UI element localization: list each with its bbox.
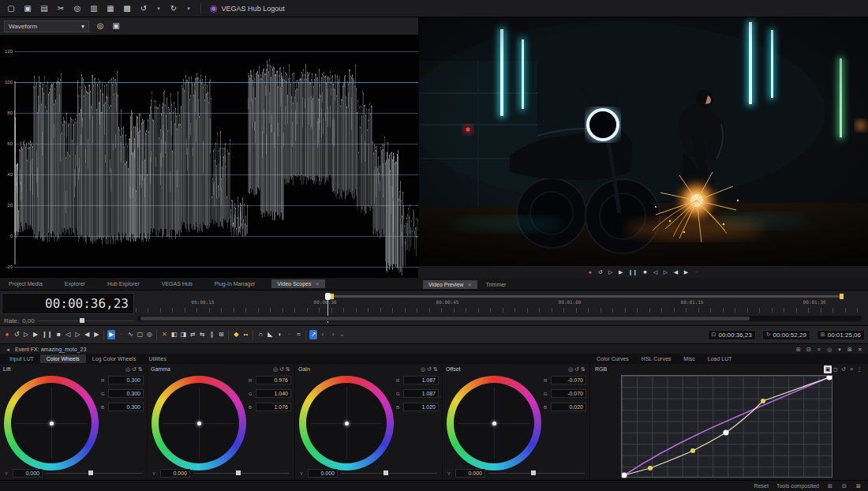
panel-dock-icon[interactable]: ⊞ [795, 345, 802, 354]
tool-dropdown-icon[interactable]: · [285, 330, 293, 339]
status-icon[interactable]: ⊠ [855, 482, 862, 490]
tab-video-preview[interactable]: Video Preview ✕ [423, 280, 477, 289]
open-project-icon[interactable]: ▣ [23, 3, 32, 14]
crossfade-button[interactable]: ◖ [275, 330, 283, 339]
gain-r-value[interactable]: 1.087 [403, 376, 439, 384]
tab-color-curves[interactable]: Color Curves [590, 354, 635, 363]
selection-length-display[interactable]: ⊞ 00:01:25,06 [817, 330, 865, 340]
tab-plugin-manager[interactable]: Plug-In Manager [209, 279, 261, 288]
tab-utilities[interactable]: Utilities [142, 354, 173, 363]
zoom-tool-button[interactable]: ◎ [145, 330, 153, 339]
offset-color-wheel[interactable] [447, 376, 541, 470]
curve-point[interactable] [826, 376, 832, 380]
gamma-y-value[interactable]: 0.000 [160, 469, 190, 478]
gamma-b-value[interactable]: 1.076 [256, 403, 291, 411]
close-icon[interactable]: ✕ [316, 281, 320, 287]
timeline-scrollbar-thumb[interactable] [140, 317, 750, 320]
timeline-scrollbar[interactable] [137, 316, 862, 321]
curves-channel-button[interactable]: ◻ [832, 365, 840, 373]
mixer-button[interactable]: ◒ [338, 330, 346, 339]
offset-y-value[interactable]: 0.000 [455, 469, 485, 478]
selection-start-display[interactable]: ⊡ 00:00:36,23 [708, 330, 756, 340]
wheel-auto-icon[interactable]: ◎ [125, 365, 131, 373]
split-button[interactable]: ∥ [208, 330, 215, 339]
cut-icon[interactable]: ✂ [56, 3, 65, 14]
panel-close-icon[interactable]: ✕ [857, 345, 863, 354]
undo-dropdown-icon[interactable]: ▾ [155, 4, 162, 13]
properties-icon[interactable]: ◎ [73, 3, 82, 14]
status-icon[interactable]: ⊞ [827, 482, 833, 490]
tab-load-lut[interactable]: Load LUT [702, 354, 739, 363]
slip-tool-button[interactable]: ⇄ [189, 330, 196, 339]
tab-input-lut[interactable]: Input LUT [3, 354, 40, 363]
tab-project-media[interactable]: Project Media [3, 279, 48, 288]
wheel-center-dot[interactable] [50, 422, 54, 425]
panel-float-icon[interactable]: ⊠ [847, 345, 853, 354]
loop-region-bar[interactable] [331, 295, 841, 298]
preview-play-button[interactable]: ▶ [617, 268, 624, 275]
lift-y-slider[interactable] [46, 473, 142, 474]
wheel-auto-icon[interactable]: ◎ [420, 365, 426, 373]
curves-options-icon[interactable]: ⋮ [855, 365, 863, 373]
gain-color-wheel[interactable] [299, 376, 394, 470]
wheel-reset-icon[interactable]: ↺ [426, 365, 432, 373]
gamma-y-slider[interactable] [193, 473, 290, 474]
redo-icon[interactable]: ↻ [169, 3, 178, 14]
trim-end-button[interactable]: ◨ [179, 330, 187, 339]
tab-trimmer[interactable]: Trimmer [481, 280, 512, 289]
preview-go-end-button[interactable]: ▷ [662, 268, 669, 275]
preview-frame-back-button[interactable]: ◀ [672, 268, 679, 275]
gamma-color-wheel[interactable] [152, 376, 246, 470]
curve-point[interactable] [690, 448, 695, 453]
wheel-more-icon[interactable]: ⇅ [137, 365, 144, 373]
tab-hub-explorer[interactable]: Hub Explorer [102, 279, 145, 288]
status-icon[interactable]: ⊟ [841, 482, 847, 490]
preview-frame-forward-button[interactable]: ▶ [683, 268, 690, 275]
tab-video-scopes[interactable]: Video Scopes ✕ [271, 279, 324, 288]
timecode-display[interactable]: 00:00:36,23 [2, 293, 134, 314]
normal-edit-tool-button[interactable]: ▶ [107, 330, 115, 339]
preview-loop-button[interactable]: ↺ [597, 268, 604, 275]
curve-point[interactable] [648, 466, 653, 470]
wheel-reset-icon[interactable]: ↺ [279, 365, 285, 373]
offset-g-value[interactable]: -0.070 [551, 389, 586, 398]
loop-end-marker[interactable] [840, 294, 844, 299]
preview-stop-button[interactable]: ■ [642, 268, 649, 275]
wheel-reset-icon[interactable]: ↺ [574, 365, 580, 373]
vegas-hub-button[interactable]: ◉ VEGAS Hub Logout [210, 3, 285, 13]
gain-b-value[interactable]: 1.020 [403, 403, 439, 411]
save-project-icon[interactable]: ▤ [39, 3, 49, 14]
purple-curve[interactable] [624, 377, 829, 475]
scope-colorize-icon[interactable]: ▣ [111, 21, 121, 32]
offset-r-value[interactable]: -0.070 [551, 376, 586, 384]
tab-log-color-wheels[interactable]: Log Color Wheels [86, 354, 143, 363]
preview-more-button[interactable]: ⋯ [693, 268, 700, 275]
auto-ripple-button[interactable]: ↗ [309, 330, 317, 339]
tab-vegas-hub[interactable]: VEGAS Hub [156, 279, 198, 288]
lift-b-value[interactable]: 0.300 [108, 403, 144, 411]
collapse-icon[interactable]: ◂ [5, 345, 11, 354]
preview-record-button[interactable]: ● [586, 268, 593, 275]
undo-icon[interactable]: ↺ [139, 3, 148, 14]
reset-button[interactable]: Reset [754, 483, 769, 489]
record-button[interactable]: ● [3, 330, 11, 339]
curve-point[interactable] [723, 429, 728, 435]
gamma-r-value[interactable]: 0.976 [256, 376, 291, 384]
scope-type-select[interactable]: Waveform ▾ [4, 21, 89, 32]
frame-back-button[interactable]: ◀ [83, 330, 91, 339]
panel-dropdown-icon[interactable]: ▾ [836, 345, 843, 354]
panel-menu-icon[interactable]: ≡ [816, 345, 822, 354]
stop-button[interactable]: ■ [54, 330, 62, 339]
insert-marker-button[interactable]: ◆ [232, 330, 240, 339]
wheel-auto-icon[interactable]: ◎ [567, 365, 574, 373]
lift-color-wheel[interactable] [4, 376, 99, 470]
offset-b-value[interactable]: 0.020 [551, 403, 586, 411]
panel-minimize-icon[interactable]: ⊟ [806, 345, 812, 354]
tab-explorer[interactable]: Explorer [59, 279, 91, 288]
delete-button[interactable]: ✕ [160, 330, 168, 339]
rate-slider[interactable] [38, 320, 133, 321]
wheel-center-dot[interactable] [345, 422, 349, 425]
selection-tool-button[interactable]: ▢ [136, 330, 144, 339]
play-from-start-button[interactable]: ▷ [22, 330, 30, 339]
group-button[interactable]: ⊞ [217, 330, 225, 339]
